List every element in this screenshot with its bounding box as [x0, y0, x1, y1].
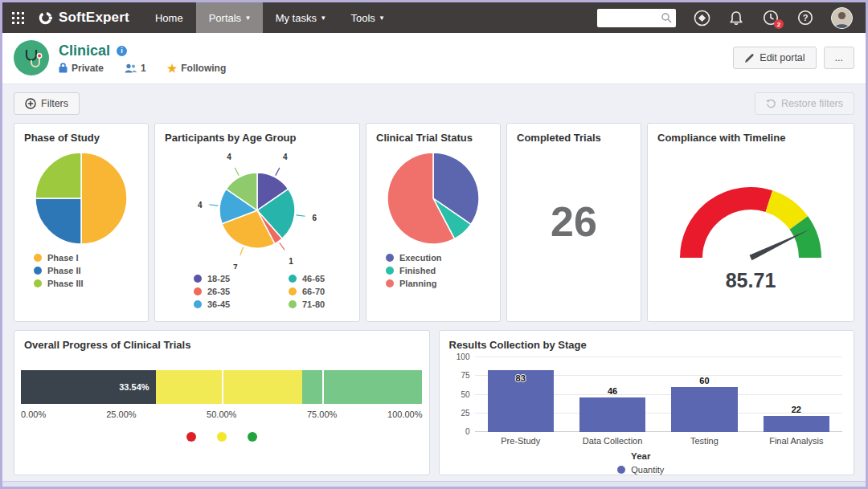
user-avatar[interactable] [831, 7, 853, 29]
legend-dot [386, 254, 394, 262]
nav-item-portals[interactable]: Portals▾ [196, 2, 263, 33]
help-icon[interactable]: ? [796, 9, 814, 26]
bar-value-label: 22 [751, 405, 842, 414]
chart-legend [21, 432, 423, 442]
card-phase-of-study: Phase of Study Phase IPhase IIPhase III [14, 123, 149, 322]
page-title: Clinical [59, 43, 110, 59]
portal-header: Clinical i Private 1 [2, 33, 866, 84]
legend-item: 46-65 [289, 274, 359, 283]
pie-slice-Phase I[interactable] [81, 153, 127, 244]
person-photo [832, 8, 852, 28]
card-results-collection: Results Collection by Stage 025507510083… [439, 330, 855, 475]
nav-item-my-tasks[interactable]: My tasks▾ [263, 2, 338, 33]
progress-segment [302, 370, 423, 404]
legend-item: Phase I [34, 253, 148, 263]
y-axis-label: 100 [448, 352, 470, 361]
chart-legend: ExecutionFinishedPlanning [386, 253, 500, 288]
y-axis-label: 75 [448, 371, 470, 380]
card-title: Overall Progress of Clinical Trials [14, 331, 429, 352]
axis-tick [222, 370, 223, 404]
progress-segment [156, 370, 302, 404]
restore-icon [766, 99, 776, 109]
legend-item: Phase III [34, 279, 148, 288]
legend-dot [34, 254, 42, 262]
edit-portal-button[interactable]: Edit portal [733, 47, 816, 69]
legend-dot [386, 279, 394, 287]
card-participants-by-age-group: Participants by Age Group 46174418-2526-… [154, 123, 360, 322]
grid-icon [12, 12, 24, 24]
following-toggle[interactable]: ★ Following [167, 63, 227, 74]
softexpert-logo[interactable]: SoftExpert [33, 2, 142, 33]
notification-badge: 2 [774, 19, 784, 29]
bar-value-label: 83 [475, 373, 567, 383]
pie-slice-Phase III[interactable] [35, 153, 81, 198]
completed-trials-value: 26 [507, 145, 641, 298]
members-indicator: 1 [125, 63, 146, 74]
pie-data-label: 4 [198, 201, 203, 210]
quick-access-icon[interactable] [693, 9, 710, 26]
progress-bar[interactable]: 33.54% [21, 370, 423, 404]
top-navigation-bar: SoftExpert Home Portals▾ My tasks▾ Tools… [2, 2, 866, 33]
bar-final-analysis[interactable] [764, 416, 829, 432]
pie-data-label: 7 [233, 263, 238, 269]
y-axis-label: 25 [448, 409, 470, 418]
pie-data-label: 4 [283, 153, 288, 161]
legend-item: Finished [386, 266, 500, 275]
softexpert-logo-icon [38, 10, 53, 26]
dashboard-bottom-row: Overall Progress of Clinical Trials 33.5… [2, 322, 866, 475]
app-launcher-icon[interactable] [2, 2, 33, 33]
star-icon: ★ [167, 63, 178, 74]
restore-filters-button[interactable]: Restore filters [755, 92, 854, 115]
x-axis-labels: Pre-StudyData CollectionTestingFinal Ana… [475, 436, 843, 446]
callout-line [209, 205, 218, 206]
axis-tick [322, 370, 324, 404]
legend-dot [248, 432, 257, 442]
diamond-circle-icon [694, 10, 710, 26]
bar-data-collection[interactable] [579, 397, 645, 432]
card-clinical-trial-status: Clinical Trial Status ExecutionFinishedP… [366, 123, 501, 322]
pie-data-label: 6 [312, 214, 317, 222]
card-title: Results Collection by Stage [440, 331, 854, 352]
pending-tasks-icon[interactable]: 2 [762, 9, 780, 26]
more-options-button[interactable]: ... [824, 47, 854, 69]
axis-label: 100.00% [387, 410, 422, 419]
bar-testing[interactable] [671, 387, 737, 432]
filters-toolbar: Filters Restore filters [2, 84, 866, 116]
x-axis-label: Pre-Study [475, 436, 567, 446]
info-icon[interactable]: i [117, 46, 127, 56]
bell-icon [729, 10, 743, 26]
chevron-down-icon: ▾ [380, 14, 384, 22]
nav-item-tools[interactable]: Tools▾ [338, 2, 396, 33]
x-axis: 0.00%25.00%50.00%75.00%100.00% [21, 410, 423, 422]
lock-icon [59, 63, 68, 73]
x-axis-label: Final Analysis [751, 436, 842, 446]
callout-line [297, 215, 305, 216]
y-axis-label: 0 [448, 427, 470, 436]
results-bar-chart[interactable]: 025507510083466022Pre-StudyData Collecti… [440, 352, 854, 475]
bar-value-label: 46 [567, 386, 658, 396]
nav-item-home[interactable]: Home [142, 2, 196, 33]
legend-dot [617, 466, 625, 474]
compliance-gauge-chart[interactable]: 85.71 [648, 168, 854, 292]
svg-text:?: ? [803, 13, 809, 22]
clinical-trial-status-pie-chart[interactable]: ExecutionFinishedPlanning [366, 149, 500, 288]
card-title: Completed Trials [507, 124, 641, 145]
pie-slice-Phase II[interactable] [35, 198, 81, 244]
legend-dot [289, 275, 297, 283]
callout-line [280, 242, 285, 250]
search-box [597, 9, 676, 27]
gauge-value: 85.71 [648, 269, 854, 292]
card-title: Compliance with Timeline [648, 124, 854, 145]
notifications-icon[interactable] [727, 9, 745, 26]
pencil-icon [744, 53, 755, 63]
portal-avatar [14, 40, 49, 75]
brand-text: SoftExpert [59, 10, 129, 26]
legend-dot [289, 287, 297, 295]
legend-item: 66-70 [289, 287, 359, 296]
y-axis-label: 50 [448, 390, 470, 399]
phase-of-study-pie-chart[interactable]: Phase IPhase IIPhase III [14, 149, 148, 288]
pie-data-label: 4 [227, 153, 231, 161]
participants-pie-chart[interactable]: 46174418-2526-3536-4546-6566-7071-80 [155, 149, 359, 309]
filters-button[interactable]: Filters [14, 92, 80, 115]
overall-progress-bar-chart[interactable]: 33.54%0.00%25.00%50.00%75.00%100.00% [14, 352, 429, 442]
